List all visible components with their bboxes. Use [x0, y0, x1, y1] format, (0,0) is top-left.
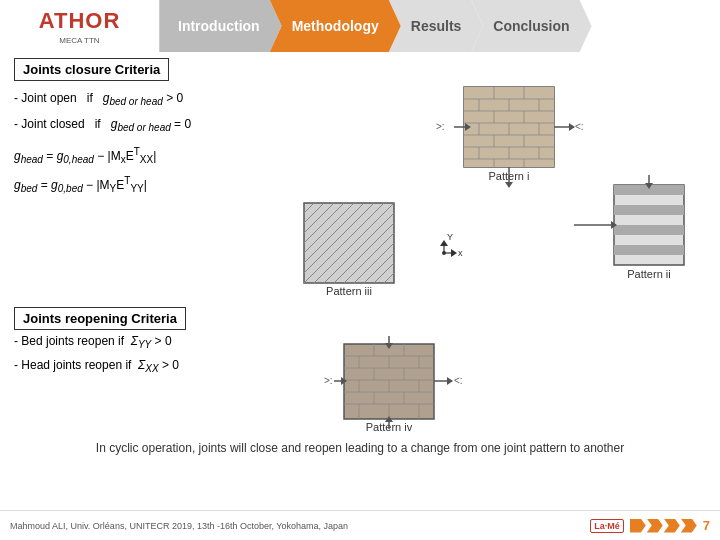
pattern-iv-svg: Pattern iv >: <: [234, 334, 574, 434]
footer-arrow-3 [664, 519, 680, 533]
footer-arrow-1 [630, 519, 646, 533]
main-content: Joints closure Criteria - Joint open if … [0, 52, 720, 493]
svg-rect-38 [614, 245, 684, 255]
svg-point-68 [442, 251, 446, 255]
svg-text:Pattern iii: Pattern iii [326, 285, 372, 297]
svg-marker-99 [447, 377, 453, 385]
logo-sub: MECA TTN [39, 36, 121, 45]
footer-logos: La·Mé [590, 519, 624, 533]
svg-rect-36 [614, 205, 684, 215]
svg-rect-37 [614, 225, 684, 235]
bed-reopen-formula: - Bed joints reopen if ΣYY > 0 [14, 334, 234, 350]
tab-results[interactable]: Results [389, 0, 484, 52]
diagram-svg-container: Pattern i >: <: Pa [234, 85, 706, 305]
svg-text:x: x [458, 248, 463, 258]
footer-arrow-2 [647, 519, 663, 533]
tab-methodology[interactable]: Methodology [270, 0, 401, 52]
svg-text:Y: Y [447, 232, 453, 242]
gbed-formula: gbed = g0,bed − |MYETYY| [14, 173, 234, 196]
page-number: 7 [703, 518, 710, 533]
pattern-iv-area: Pattern iv >: <: [234, 334, 706, 437]
logo-area: ATHOR MECA TTN [0, 0, 160, 52]
tab-conclusion[interactable]: Conclusion [471, 0, 591, 52]
svg-text:Pattern ii: Pattern ii [627, 268, 670, 280]
head-reopen-formula: - Head joints reopen if ΣXX > 0 [14, 358, 234, 374]
svg-text:>:: >: [436, 121, 445, 132]
svg-rect-44 [304, 203, 394, 283]
reopening-criteria-label: Joints reopening Criteria [14, 307, 186, 330]
main-diagram-svg: Pattern i >: <: Pa [234, 85, 694, 305]
joint-open-formula: - Joint open if gbed or head > 0 [14, 89, 234, 109]
joint-closed-formula: - Joint closed if gbed or head = 0 [14, 115, 234, 135]
reopening-formulas: - Bed joints reopen if ΣYY > 0 - Head jo… [14, 334, 234, 383]
ghead-formula: ghead = g0,head − |MxETXX| [14, 144, 234, 167]
footer-citation: Mahmoud ALI, Univ. Orléans, UNITECR 2019… [10, 521, 348, 531]
cyclic-operation-text: In cyclic operation, joints will close a… [14, 441, 706, 489]
closure-criteria-label: Joints closure Criteria [14, 58, 169, 81]
tab-introduction[interactable]: Introduction [160, 0, 282, 52]
svg-marker-65 [451, 249, 457, 257]
nav-tabs: Introduction Methodology Results Conclus… [160, 0, 720, 52]
footer-arrow-4 [681, 519, 697, 533]
diagram-area: - Joint open if gbed or head > 0 - Joint… [14, 85, 706, 305]
svg-text:<:: <: [575, 121, 584, 132]
footer: Mahmoud ALI, Univ. Orléans, UNITECR 2019… [0, 510, 720, 540]
formula-panel: - Joint open if gbed or head > 0 - Joint… [14, 85, 234, 305]
svg-text:<:: <: [454, 375, 463, 386]
footer-right: La·Mé 7 [590, 518, 710, 533]
bottom-section: Joints reopening Criteria - Bed joints r… [14, 307, 706, 437]
footer-arrows [630, 519, 697, 533]
svg-marker-33 [505, 182, 513, 188]
header: ATHOR MECA TTN Introduction Methodology … [0, 0, 720, 52]
lame-logo: La·Mé [590, 519, 624, 533]
logo-text: ATHOR [39, 8, 121, 34]
reopening-content: - Bed joints reopen if ΣYY > 0 - Head jo… [14, 334, 706, 437]
svg-text:>:: >: [324, 375, 333, 386]
